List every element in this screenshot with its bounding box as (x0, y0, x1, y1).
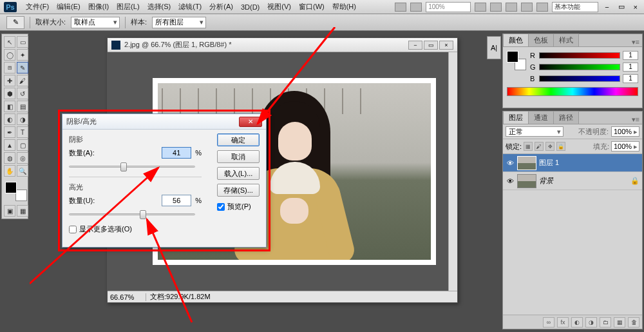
dialog-close-icon[interactable]: ✕ (239, 117, 262, 127)
shape-tool[interactable]: ▢ (17, 139, 28, 151)
group-icon[interactable]: 🗀 (600, 317, 611, 327)
layer-mask-icon[interactable]: ◐ (571, 317, 583, 327)
layer-fx-icon[interactable]: fx (557, 317, 569, 327)
standard-mode-icon[interactable]: ▣ (4, 205, 15, 217)
zoom-level[interactable]: 100% (426, 2, 471, 12)
stamp-tool[interactable]: ⬢ (4, 88, 15, 99)
document-info[interactable]: 文档:929.9K/1.82M (146, 292, 214, 302)
marquee-tool[interactable]: ▭ (17, 36, 28, 48)
cancel-button[interactable]: 取消 (217, 150, 260, 163)
blur-tool[interactable]: ◐ (4, 113, 15, 125)
zoom-icon[interactable] (490, 3, 502, 12)
minimize-icon[interactable]: − (602, 3, 611, 11)
hand-icon[interactable] (475, 3, 486, 12)
fill-input[interactable]: 100% (611, 141, 639, 151)
visibility-icon[interactable]: 👁 (506, 159, 515, 168)
tab-color[interactable]: 颜色 (503, 34, 529, 46)
new-layer-icon[interactable]: ▦ (614, 317, 625, 327)
history-brush-tool[interactable]: ↺ (17, 88, 28, 99)
heal-tool[interactable]: ✚ (4, 75, 15, 86)
layer-name[interactable]: 背景 (539, 176, 553, 186)
r-value[interactable]: 1 (623, 51, 638, 60)
3d-tool[interactable]: ◍ (4, 152, 15, 164)
highlight-amount-input[interactable]: 56 (162, 195, 191, 206)
g-slider[interactable] (539, 64, 620, 70)
pen-tool[interactable]: ✒ (4, 126, 15, 138)
brush-tool[interactable]: 🖌 (17, 75, 28, 86)
zoom-tool[interactable]: 🔍 (17, 165, 28, 177)
menu-select[interactable]: 选择(S) (144, 2, 175, 12)
shadow-amount-input[interactable]: 41 (162, 147, 191, 159)
layer-row[interactable]: 👁 图层 1 (503, 154, 642, 172)
move-tool[interactable]: ↖ (4, 36, 15, 48)
link-layers-icon[interactable]: ∞ (543, 317, 554, 327)
menu-image[interactable]: 图像(I) (84, 2, 113, 12)
lasso-tool[interactable]: ◯ (4, 49, 15, 61)
shadow-slider[interactable] (69, 161, 195, 171)
b-value[interactable]: 1 (623, 74, 638, 83)
collapsed-panel-strip[interactable]: A| (487, 36, 501, 59)
menu-layer[interactable]: 图层(L) (113, 2, 143, 12)
preview-checkbox[interactable] (217, 203, 225, 211)
visibility-icon[interactable]: 👁 (506, 177, 515, 186)
arrange-icon[interactable] (521, 3, 533, 12)
workspace-switcher[interactable]: 基本功能 (552, 2, 598, 12)
menu-3d[interactable]: 3D(D) (237, 3, 263, 11)
path-select-tool[interactable]: ▲ (4, 139, 15, 151)
doc-maximize-icon[interactable]: ▭ (424, 41, 438, 50)
quickmask-mode-icon[interactable]: ▦ (17, 205, 28, 217)
blend-mode-combo[interactable]: 正常 (506, 126, 564, 137)
lock-pixels-icon[interactable]: 🖌 (535, 142, 544, 151)
rotate-icon[interactable] (506, 3, 517, 12)
eyedropper-tool[interactable]: ✎ (17, 62, 28, 73)
hand-tool[interactable]: ✋ (4, 165, 15, 177)
tab-styles[interactable]: 样式 (553, 34, 579, 46)
tab-channels[interactable]: 通道 (528, 111, 554, 124)
3d-camera-tool[interactable]: ◎ (17, 152, 28, 164)
menu-file[interactable]: 文件(F) (22, 2, 53, 12)
layer-row[interactable]: 👁 背景 🔒 (503, 172, 642, 190)
dodge-tool[interactable]: ◑ (17, 113, 28, 125)
launch-bridge-icon[interactable] (395, 3, 406, 12)
save-button[interactable]: 存储(S)... (217, 184, 260, 197)
menu-filter[interactable]: 滤镜(T) (175, 2, 205, 12)
tab-layers[interactable]: 图层 (503, 111, 529, 124)
layer-name[interactable]: 图层 1 (539, 158, 559, 168)
load-button[interactable]: 载入(L)... (217, 167, 260, 180)
document-titlebar[interactable]: 2.jpg @ 66.7% (图层 1, RGB/8#) * − ▭ × (108, 38, 457, 52)
more-options-checkbox[interactable] (69, 226, 77, 233)
sample-size-combo[interactable]: 取样点 (71, 17, 120, 28)
menu-view[interactable]: 视图(V) (263, 2, 295, 12)
g-value[interactable]: 1 (623, 63, 638, 72)
close-icon[interactable]: × (631, 3, 640, 11)
zoom-readout[interactable]: 66.67% (108, 293, 146, 301)
gradient-tool[interactable]: ▤ (17, 101, 28, 112)
screen-mode-icon[interactable] (536, 3, 548, 12)
highlight-slider[interactable] (69, 209, 195, 219)
tab-swatches[interactable]: 色板 (528, 34, 554, 46)
opacity-input[interactable]: 100% (611, 126, 639, 137)
type-tool[interactable]: T (17, 126, 28, 138)
color-spectrum[interactable] (507, 87, 638, 96)
crop-tool[interactable]: ⧆ (4, 62, 15, 73)
menu-help[interactable]: 帮助(H) (328, 2, 360, 12)
quick-select-tool[interactable]: ✦ (17, 49, 28, 61)
lock-transparent-icon[interactable]: ▦ (524, 142, 533, 151)
delete-layer-icon[interactable]: 🗑 (628, 317, 639, 327)
adjustment-layer-icon[interactable]: ◑ (585, 317, 597, 327)
sample-combo[interactable]: 所有图层 (152, 17, 206, 28)
lock-all-icon[interactable]: 🔒 (556, 142, 565, 151)
color-fg-bg[interactable] (507, 51, 526, 70)
restore-icon[interactable]: ▭ (616, 3, 627, 11)
vertical-scrollbar[interactable] (448, 52, 457, 291)
panel-menu-icon[interactable]: ▾≡ (629, 38, 642, 46)
color-swatches[interactable] (4, 181, 28, 202)
layers-panel-menu-icon[interactable]: ▾≡ (629, 115, 642, 124)
current-tool-icon[interactable]: ✎ (6, 16, 24, 29)
menu-analysis[interactable]: 分析(A) (205, 2, 237, 12)
dialog-titlebar[interactable]: 阴影/高光 ✕ (62, 114, 266, 130)
eraser-tool[interactable]: ◧ (4, 101, 15, 112)
lock-position-icon[interactable]: ✥ (545, 142, 554, 151)
view-extras-icon[interactable] (410, 3, 422, 12)
ok-button[interactable]: 确定 (217, 133, 260, 146)
